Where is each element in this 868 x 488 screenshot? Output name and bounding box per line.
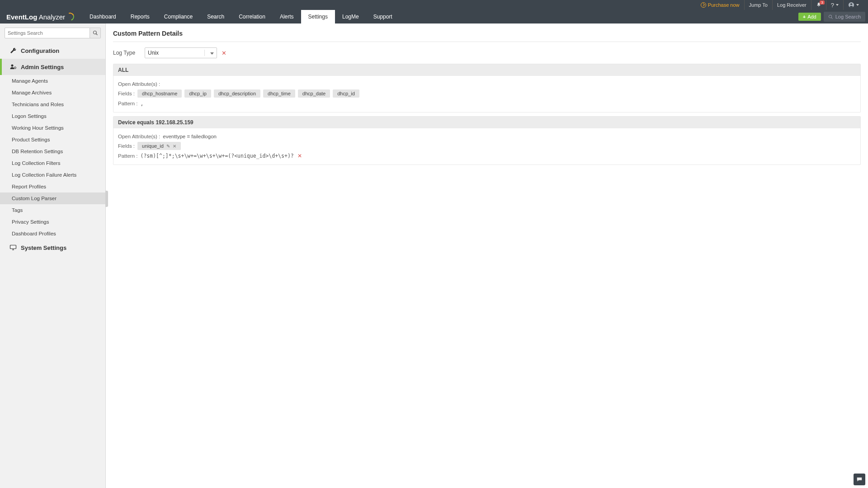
sidebar-item-custom-log-parser[interactable]: Custom Log Parser	[0, 192, 105, 204]
chevron-down-icon	[856, 4, 859, 6]
pattern-value: (?sm)[^;]*;\s+\w+=\w+\s+\w+=(?<unique_id…	[140, 153, 293, 159]
monitor-icon	[9, 244, 17, 251]
log-type-clear[interactable]: ✕	[222, 50, 226, 56]
sidebar-item-manage-agents[interactable]: Manage Agents	[0, 75, 105, 87]
content-area: Custom Pattern Details Log Type Unix ✕ A…	[106, 23, 868, 488]
user-menu[interactable]	[844, 0, 863, 10]
svg-point-4	[93, 31, 96, 34]
open-attr-value: eventtype = failedlogon	[163, 134, 217, 139]
nav-tab-dashboard[interactable]: Dashboard	[82, 10, 123, 23]
plus-icon: +	[803, 14, 806, 19]
sidebar-search-button[interactable]	[90, 28, 101, 38]
sidebar-item-log-collection-filters[interactable]: Log Collection Filters	[0, 157, 105, 169]
user-gear-icon	[9, 63, 17, 70]
jump-to-link[interactable]: Jump To	[745, 0, 773, 10]
pattern-group-body: Open Attribute(s) :eventtype = failedlog…	[113, 128, 860, 164]
sidebar-section-admin[interactable]: Admin Settings	[0, 59, 105, 75]
help-menu[interactable]: ?	[826, 0, 844, 10]
field-chip[interactable]: dhcp_ip	[184, 89, 211, 98]
svg-point-2	[829, 15, 831, 18]
nav-tab-correlation[interactable]: Correlation	[231, 10, 273, 23]
log-receiver-link[interactable]: Log Receiver	[773, 0, 811, 10]
nav-tab-settings[interactable]: Settings	[301, 10, 335, 23]
sidebar-item-working-hour-settings[interactable]: Working Hour Settings	[0, 122, 105, 134]
pattern-group-body: Open Attribute(s) :Fields :dhcp_hostname…	[113, 76, 860, 112]
help-icon: ?	[831, 2, 834, 9]
nav-tab-alerts[interactable]: Alerts	[273, 10, 301, 23]
page-title: Custom Pattern Details	[113, 30, 861, 42]
feedback-button[interactable]	[854, 474, 865, 485]
sidebar-search-input[interactable]	[5, 28, 90, 38]
field-chip[interactable]: dhcp_hostname	[137, 89, 182, 98]
log-type-select[interactable]: Unix	[145, 47, 217, 58]
field-chip-label: unique_id	[142, 143, 164, 149]
sidebar-item-tags[interactable]: Tags	[0, 204, 105, 216]
add-button[interactable]: +Add	[798, 13, 821, 21]
utility-bar: Purchase now Jump To Log Receiver 3 ?	[0, 0, 868, 10]
settings-sidebar: Configuration Admin Settings Manage Agen…	[0, 23, 106, 488]
nav-tab-reports[interactable]: Reports	[123, 10, 157, 23]
notifications-button[interactable]: 3	[811, 0, 826, 10]
sidebar-section-configuration[interactable]: Configuration	[0, 42, 105, 59]
svg-point-1	[850, 3, 852, 5]
purchase-link[interactable]: Purchase now	[696, 0, 745, 10]
sidebar-item-technicians-and-roles[interactable]: Technicians and Roles	[0, 99, 105, 110]
svg-rect-8	[10, 245, 16, 249]
nav-tab-logme[interactable]: LogMe	[335, 10, 366, 23]
nav-tabs: DashboardReportsComplianceSearchCorrelat…	[82, 10, 400, 23]
sidebar-item-log-collection-failure-alerts[interactable]: Log Collection Failure Alerts	[0, 169, 105, 181]
chat-icon	[856, 476, 863, 483]
svg-line-5	[96, 34, 97, 35]
pattern-label: Pattern :	[118, 101, 137, 106]
svg-point-7	[14, 67, 16, 69]
sidebar-item-logon-settings[interactable]: Logon Settings	[0, 110, 105, 122]
log-search-button[interactable]: Log Search	[824, 12, 865, 22]
user-icon	[848, 2, 854, 8]
nav-tab-compliance[interactable]: Compliance	[157, 10, 200, 23]
cart-icon	[701, 2, 706, 8]
sidebar-item-product-settings[interactable]: Product Settings	[0, 134, 105, 145]
search-icon	[93, 30, 98, 36]
pattern-value: ,	[140, 100, 143, 107]
fields-label: Fields :	[118, 143, 135, 149]
sidebar-item-report-profiles[interactable]: Report Profiles	[0, 181, 105, 192]
notif-badge: 3	[820, 0, 824, 5]
pattern-group-header: ALL	[113, 64, 860, 76]
fields-label: Fields :	[118, 91, 135, 96]
pattern-label: Pattern :	[118, 153, 137, 159]
chevron-down-icon	[836, 4, 839, 6]
pattern-delete[interactable]: ✕	[297, 153, 302, 159]
open-attr-label: Open Attribute(s) :	[118, 134, 160, 139]
field-chip-label: dhcp_hostname	[142, 91, 177, 96]
field-chip[interactable]: unique_id✎✕	[137, 142, 181, 150]
sidebar-search	[0, 23, 105, 42]
field-chip-label: dhcp_date	[302, 91, 326, 96]
sidebar-section-system[interactable]: System Settings	[0, 239, 105, 256]
field-chip[interactable]: dhcp_description	[214, 89, 260, 98]
svg-line-3	[831, 17, 833, 19]
wrench-icon	[9, 47, 17, 54]
sidebar-item-dashboard-profiles[interactable]: Dashboard Profiles	[0, 228, 105, 239]
log-type-row: Log Type Unix ✕	[113, 47, 861, 58]
nav-tab-support[interactable]: Support	[366, 10, 400, 23]
logo-arc-icon	[65, 11, 75, 22]
field-chip[interactable]: dhcp_id	[333, 89, 359, 98]
sidebar-item-privacy-settings[interactable]: Privacy Settings	[0, 216, 105, 228]
log-type-label: Log Type	[113, 50, 145, 56]
sidebar-item-manage-archives[interactable]: Manage Archives	[0, 87, 105, 99]
sidebar-collapse-handle[interactable]	[105, 191, 108, 207]
product-logo: EventLog Analyzer	[0, 10, 82, 23]
pattern-group: Device equals 192.168.25.159Open Attribu…	[113, 116, 861, 165]
close-icon[interactable]: ✕	[173, 144, 176, 149]
nav-tab-search[interactable]: Search	[200, 10, 231, 23]
svg-point-6	[11, 65, 14, 67]
field-chip[interactable]: dhcp_time	[263, 89, 295, 98]
main-navbar: EventLog Analyzer DashboardReportsCompli…	[0, 10, 868, 23]
sidebar-item-db-retention-settings[interactable]: DB Retention Settings	[0, 145, 105, 157]
log-type-value: Unix	[148, 50, 159, 56]
field-chip[interactable]: dhcp_date	[298, 89, 330, 98]
pencil-icon[interactable]: ✎	[166, 144, 170, 149]
sidebar-admin-items: Manage AgentsManage ArchivesTechnicians …	[0, 75, 105, 239]
pattern-group-header: Device equals 192.168.25.159	[113, 117, 860, 128]
field-chip-label: dhcp_id	[337, 91, 355, 96]
